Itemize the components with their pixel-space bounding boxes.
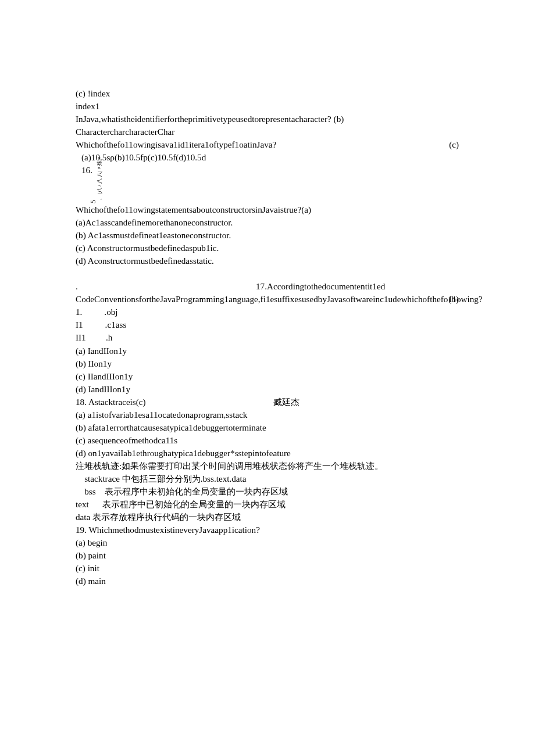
rotated-number-5: 5: [88, 200, 98, 203]
note-line-1: 注堆栈轨迹:如果你需要打印出某个时间的调用堆栈状态你将产生一个堆栈轨迹。: [76, 460, 459, 472]
q17-answer: (b): [448, 293, 459, 306]
q17-roman-III: II1 .h: [76, 331, 459, 344]
q17-option-b: (b) IIon1y: [76, 357, 459, 370]
note-line-5: data 表示存放程序执行代码的一块内存区域: [76, 511, 459, 524]
q17-header-row: . 17.Accordingtothedocumententit1ed: [76, 280, 459, 293]
q17-option-d: (d) IandIIIon1y: [76, 383, 459, 396]
q15-line: Whichofthefo11owingisava1id1itera1oftype…: [76, 138, 459, 151]
note-line-3: bss 表示程序中未初始化的全局变量的一块内存区域: [76, 485, 459, 498]
q18-option-d: (d) on1yavaiIab1ethroughatypica1debugger…: [76, 447, 459, 460]
q17-roman-II: I1 .c1ass: [76, 318, 459, 331]
q15-question: Whichofthefo11owingisava1id1itera1oftype…: [76, 138, 276, 151]
q17-option-a: (a) IandIIon1y: [76, 345, 459, 357]
q14-text: InJava,whatistheidentifierfortheprimitiv…: [76, 113, 459, 126]
q17-option-c: (c) IIandIIIon1y: [76, 370, 459, 383]
q16-option-c: (c) Aconstructormustbedefinedaspub1ic.: [76, 242, 459, 255]
note-line-4: text 表示程序中已初始化的全局变量的一块内存区域: [76, 498, 459, 511]
document-page: (c) !index index1 InJava,whatistheidenti…: [0, 0, 535, 756]
q13-option-d: index1: [76, 100, 459, 113]
q19-option-d: (d) main: [76, 575, 459, 587]
q16-option-d: (d) Aconstructormustbedefinedasstatic.: [76, 255, 459, 267]
blank-line-1: [76, 267, 459, 280]
q17-head: 17.Accordingtothedocumententit1ed: [256, 280, 385, 293]
note-line-2: stacktrace 中包括三部分分别为.bss.text.data: [76, 472, 459, 485]
q15-answer: (c): [449, 138, 459, 151]
q16-text: Whichofthefo11owingstatementsaboutconstr…: [76, 203, 459, 229]
q16-option-b: (b) Ac1assmustdefineat1eastoneconstructo…: [76, 229, 459, 242]
q17-body-spacer: [76, 293, 78, 306]
q19-option-c: (c) init: [76, 562, 459, 575]
q15-float-row: 、 |八 / 八 八|〃殊〃 5 (a)10.5sρ(b)10.5fp(c)10…: [76, 151, 459, 203]
q13-option-c: (c) !index: [76, 87, 459, 100]
q18-option-a: (a) a1istofvariab1esa11ocatedonaprogram,…: [76, 409, 459, 421]
q18-head: 18. Astacktraceis(c): [76, 396, 273, 409]
q17-dot: .: [76, 280, 256, 293]
q17-body: CodeConventionsfortheJavaProgramming1ang…: [76, 294, 483, 304]
q19-option-a: (a) begin: [76, 536, 459, 549]
q18-header-row: 18. Astacktraceis(c) 臧廷杰: [76, 396, 459, 409]
rotated-decorative-text: 、 |八 / 八 八|〃殊〃: [96, 148, 104, 200]
q18-option-b: (b) afata1errorthatcausesatypica1debugge…: [76, 421, 459, 434]
q18-option-c: (c) asequenceofmethodca11s: [76, 434, 459, 447]
q17-roman-I: 1. .obj: [76, 306, 459, 318]
q14-options: CharactercharcharacterChar: [76, 126, 459, 138]
q18-person-name: 臧廷杰: [273, 396, 299, 409]
q19-head: 19. WhichmethodmustexistineveryJavaapp1i…: [76, 524, 459, 536]
q19-option-b: (b) paint: [76, 549, 459, 562]
